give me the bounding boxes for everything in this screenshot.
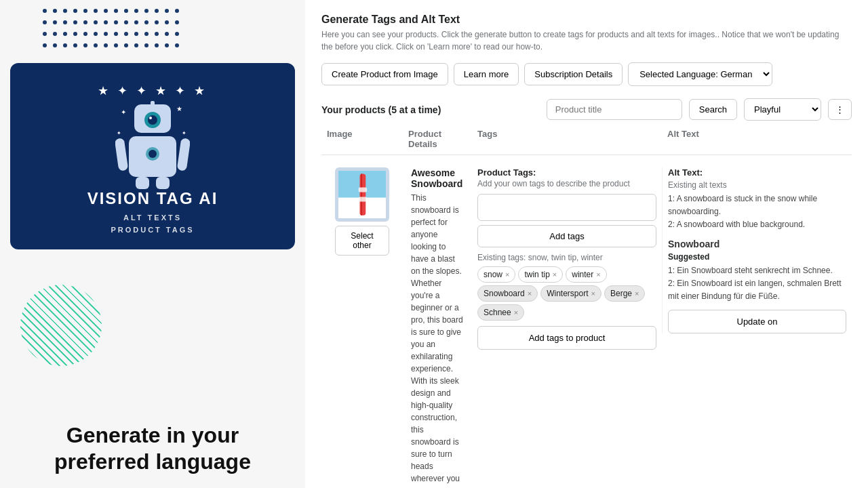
add-tags-to-product-button[interactable]: Add tags to product <box>477 326 656 350</box>
product-image-area: Select other <box>321 167 403 256</box>
suggested-alt-text-list: 1: Ein Snowboard steht senkrecht im Schn… <box>668 264 846 304</box>
product-name: Awesome Snowboard <box>411 167 464 189</box>
right-panel: Generate Tags and Alt Text Here you can … <box>305 0 868 488</box>
svg-point-7 <box>149 150 157 158</box>
teal-circle-decoration <box>20 285 102 366</box>
tag-winter: winter × <box>566 266 606 283</box>
table-header: Image Product Details Tags Alt Text <box>321 129 852 155</box>
svg-text:★: ★ <box>176 105 182 113</box>
svg-rect-11 <box>156 177 170 189</box>
tone-select[interactable]: Playful Professional Casual Formal <box>744 98 821 121</box>
svg-text:✦: ✦ <box>182 130 186 136</box>
learn-more-button[interactable]: Learn more <box>454 63 519 85</box>
product-description: This snowboard is perfect for anyone loo… <box>411 192 464 488</box>
col-header-alttext: Alt Text <box>662 129 852 149</box>
search-button[interactable]: Search <box>689 99 737 120</box>
svg-rect-22 <box>359 197 367 202</box>
stars-decoration: ★ ✦ ✦ ★ ✦ ★ <box>24 83 281 98</box>
section-header: Generate Tags and Alt Text Here you can … <box>321 14 852 53</box>
search-input[interactable] <box>547 99 682 120</box>
svg-rect-8 <box>115 138 128 171</box>
select-other-button[interactable]: Select other <box>335 226 389 256</box>
tags-column: Product Tags: Add your own tags to descr… <box>472 167 662 350</box>
tag-berge: Berge × <box>604 285 645 302</box>
tags-col-label: Product Tags: <box>477 167 656 178</box>
tag-input-area[interactable] <box>477 194 656 221</box>
subscription-details-button[interactable]: Subscription Details <box>524 63 623 85</box>
suggested-item-2: 2: Ein Snowboard ist ein langen, schmale… <box>668 277 846 303</box>
tag-winter-remove[interactable]: × <box>596 270 600 279</box>
svg-rect-9 <box>177 138 190 171</box>
alt-text-existing-list: 1: A snowboard is stuck in the snow whil… <box>668 192 846 232</box>
tag-snowboard-remove[interactable]: × <box>528 289 532 298</box>
tag-berge-remove[interactable]: × <box>635 289 639 298</box>
alttext-column: Alt Text: Existing alt texts 1: A snowbo… <box>662 167 852 333</box>
hero-card: ★ ✦ ✦ ★ ✦ ★ <box>10 63 295 249</box>
alt-text-col-label: Alt Text: <box>668 167 846 178</box>
svg-point-2 <box>148 115 157 125</box>
more-options-button[interactable]: ⋮ <box>828 99 852 120</box>
svg-rect-20 <box>361 174 362 215</box>
update-alt-text-button[interactable]: Update on <box>668 310 846 333</box>
svg-rect-10 <box>136 177 149 189</box>
svg-rect-21 <box>359 188 367 192</box>
svg-point-3 <box>149 117 152 119</box>
svg-rect-19 <box>360 174 366 215</box>
tag-schnee-remove[interactable]: × <box>514 308 518 317</box>
tag-snowboard: Snowboard × <box>477 285 538 302</box>
svg-text:✦: ✦ <box>121 108 126 116</box>
tag-twin-tip: twin tip × <box>518 266 563 283</box>
toolbar: Create Product from Image Learn more Sub… <box>321 62 852 86</box>
tag-wintersport-remove[interactable]: × <box>591 289 595 298</box>
svg-rect-4 <box>151 101 155 106</box>
robot-illustration: ✦ ★ ✦ ✦ <box>115 101 190 182</box>
tags-col-sublabel: Add your own tags to describe the produc… <box>477 179 656 188</box>
suggested-item-1: 1: Ein Snowboard steht senkrecht im Schn… <box>668 264 846 277</box>
existing-tags-label: Existing tags: snow, twin tip, winter <box>477 253 656 262</box>
col-header-tags: Tags <box>472 129 662 149</box>
products-header: Your products (5 at a time) Search Playf… <box>321 98 852 121</box>
section-description: Here you can see your products. Click th… <box>321 28 852 53</box>
alt-text-item-1: 1: A snowboard is stuck in the snow whil… <box>668 192 846 218</box>
alt-text-item-2: 2: A snowboard with blue background. <box>668 218 846 231</box>
tag-snow-remove[interactable]: × <box>505 270 509 279</box>
dots-decoration <box>0 0 305 56</box>
tag-schnee: Schnee × <box>477 304 524 321</box>
products-count-label: Your products (5 at a time) <box>321 104 540 115</box>
table-row: Select other Awesome Snowboard This snow… <box>321 161 852 488</box>
product-details-column: Awesome Snowboard This snowboard is perf… <box>403 167 472 488</box>
section-title: Generate Tags and Alt Text <box>321 14 852 26</box>
suggested-label: Suggested <box>668 252 846 262</box>
product-image <box>335 167 389 222</box>
language-select[interactable]: Selected Language: German Selected Langu… <box>628 62 772 86</box>
hero-sub: ALT TEXTS PRODUCT TAGS <box>24 212 281 236</box>
hero-title: VISION TAG AI <box>24 189 281 208</box>
col-header-image: Image <box>321 129 403 149</box>
add-tags-button[interactable]: Add tags <box>477 225 656 247</box>
generate-language-text: Generate in your preferred language <box>10 422 295 474</box>
col-header-details: Product Details <box>403 129 472 149</box>
svg-text:✦: ✦ <box>117 130 121 136</box>
tag-snow: snow × <box>477 266 515 283</box>
alt-existing-label: Existing alt texts <box>668 180 846 190</box>
left-panel: ★ ✦ ✦ ★ ✦ ★ <box>0 0 305 488</box>
tag-wintersport: Wintersport × <box>540 285 601 302</box>
tags-list: snow × twin tip × winter × Snowboard × W… <box>477 266 656 321</box>
tag-twintip-remove[interactable]: × <box>553 270 557 279</box>
snowboard-label: Snowboard <box>668 239 846 249</box>
create-product-button[interactable]: Create Product from Image <box>321 63 448 85</box>
